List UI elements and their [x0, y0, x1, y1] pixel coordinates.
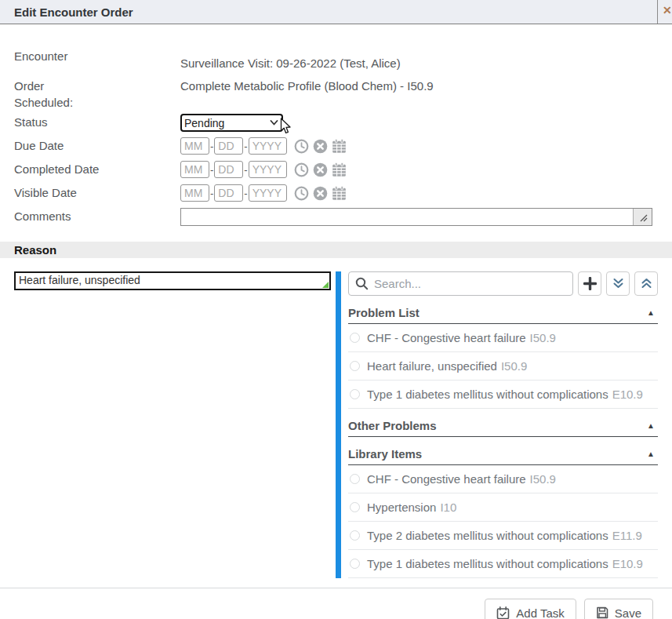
order-form: Encounter Surveillance Visit: 09-26-2022…: [0, 24, 672, 226]
add-reason-button[interactable]: [578, 271, 601, 296]
item-text: Hypertension: [367, 501, 436, 514]
search-row: [348, 271, 658, 296]
item-text: CHF - Congestive heart failure: [367, 472, 526, 486]
status-select[interactable]: Pending: [180, 114, 283, 132]
library-item[interactable]: CHF - Congestive heart failure I50.9: [348, 465, 658, 493]
group-title: Other Problems: [348, 419, 437, 432]
item-text: Heart failure, unspecified: [367, 359, 497, 373]
date-separator: -: [210, 188, 213, 199]
plus-icon: [583, 277, 597, 290]
calendar-icon[interactable]: [332, 162, 347, 177]
double-chevron-up-icon: [641, 278, 652, 289]
library-item[interactable]: Type 1 diabetes mellitus without complic…: [348, 550, 658, 578]
group-title: Library Items: [348, 447, 422, 461]
footer: Add Task Save: [0, 588, 672, 619]
resize-handle-icon[interactable]: [633, 209, 652, 225]
clear-circle-icon[interactable]: [313, 186, 328, 201]
visible-year-input[interactable]: [249, 184, 287, 202]
due-date-label: Due Date: [14, 137, 180, 152]
completed-day-input[interactable]: [214, 161, 243, 178]
add-task-label: Add Task: [516, 606, 564, 619]
completed-date-label: Completed Date: [14, 161, 180, 176]
dialog-header: Edit Encounter Order ✕: [0, 0, 672, 24]
completed-month-input[interactable]: [180, 161, 209, 178]
item-text: Type 1 diabetes mellitus without complic…: [367, 388, 608, 401]
item-code: I50.9: [530, 331, 556, 344]
header-divider: [657, 0, 658, 24]
order-row: Order Complete Metabolic Profile (Blood …: [14, 78, 658, 93]
page-title: Edit Encounter Order: [14, 5, 133, 19]
encounter-row: Encounter Surveillance Visit: 09-26-2022…: [14, 48, 658, 70]
reason-section-header: Reason: [0, 242, 672, 258]
date-separator: -: [244, 140, 247, 152]
problem-item[interactable]: Type 1 diabetes mellitus without complic…: [348, 381, 658, 409]
calendar-icon[interactable]: [332, 139, 347, 154]
clock-icon[interactable]: [294, 186, 309, 201]
radio-icon[interactable]: [350, 530, 360, 541]
radio-icon[interactable]: [350, 559, 360, 569]
clock-icon[interactable]: [294, 139, 309, 154]
scheduled-label: Scheduled:: [14, 94, 180, 109]
due-month-input[interactable]: [180, 137, 209, 155]
save-label: Save: [615, 606, 641, 619]
search-input[interactable]: [348, 271, 573, 296]
date-separator: -: [210, 164, 213, 176]
radio-icon[interactable]: [350, 361, 360, 371]
item-code: E10.9: [612, 557, 643, 570]
calendar-icon[interactable]: [332, 186, 347, 201]
expand-all-button[interactable]: [606, 271, 630, 296]
comments-label: Comments: [14, 208, 180, 223]
date-separator: -: [210, 140, 213, 152]
status-label: Status: [14, 114, 180, 129]
close-icon[interactable]: ✕: [663, 4, 672, 20]
group-header-other-problems[interactable]: Other Problems ▲: [348, 409, 658, 437]
save-floppy-icon: [596, 606, 608, 619]
reason-section-title: Reason: [14, 243, 56, 257]
radio-icon[interactable]: [350, 474, 360, 484]
order-label: Order: [14, 78, 180, 93]
double-chevron-down-icon: [612, 278, 624, 289]
completed-year-input[interactable]: [249, 161, 287, 178]
clear-circle-icon[interactable]: [313, 162, 328, 177]
order-value: Complete Metabolic Profile (Blood Chem) …: [180, 78, 434, 93]
clock-icon[interactable]: [294, 162, 309, 177]
item-text: CHF - Congestive heart failure: [367, 331, 526, 344]
reason-picker-panel: Problem List ▲ CHF - Congestive heart fa…: [348, 271, 658, 578]
panel-divider-bar: [336, 271, 341, 578]
add-task-button[interactable]: Add Task: [485, 599, 576, 619]
group-header-library-items[interactable]: Library Items ▲: [348, 437, 658, 465]
problem-item[interactable]: CHF - Congestive heart failure I50.9: [348, 324, 658, 352]
save-button[interactable]: Save: [584, 599, 653, 619]
radio-icon[interactable]: [350, 502, 360, 512]
library-item[interactable]: Type 2 diabetes mellitus without complic…: [348, 522, 658, 550]
comments-input[interactable]: [181, 209, 652, 225]
date-separator: -: [244, 164, 247, 176]
encounter-label: Encounter: [14, 48, 180, 63]
clear-circle-icon[interactable]: [313, 139, 328, 154]
due-day-input[interactable]: [214, 137, 243, 155]
due-date-row: Due Date - -: [14, 137, 658, 155]
encounter-value: Surveillance Visit: 09-26-2022 (Test, Al…: [180, 48, 401, 70]
visible-month-input[interactable]: [180, 184, 209, 202]
reason-text-input[interactable]: Heart failure, unspecified: [14, 271, 331, 290]
problem-item[interactable]: Heart failure, unspecified I50.9: [348, 352, 658, 381]
library-item[interactable]: Hypertension I10: [348, 493, 658, 522]
comments-row: Comments: [14, 208, 658, 226]
item-text: Type 2 diabetes mellitus without complic…: [367, 529, 608, 542]
item-code: I50.9: [501, 359, 527, 373]
group-header-problem-list[interactable]: Problem List ▲: [348, 296, 658, 324]
collapse-all-button[interactable]: [634, 271, 658, 296]
date-separator: -: [244, 188, 247, 199]
radio-icon[interactable]: [350, 389, 360, 399]
scheduled-row: Scheduled:: [14, 94, 658, 111]
reason-content: Heart failure, unspecified: [0, 258, 672, 578]
collapse-caret-icon: ▲: [647, 421, 655, 430]
completed-date-row: Completed Date - -: [14, 161, 658, 178]
visible-day-input[interactable]: [214, 184, 243, 202]
reason-selected-panel: Heart failure, unspecified: [14, 271, 331, 578]
group-title: Problem List: [348, 306, 420, 319]
radio-icon[interactable]: [350, 333, 360, 343]
due-year-input[interactable]: [249, 137, 287, 155]
visible-date-label: Visible Date: [14, 184, 180, 199]
item-code: E10.9: [612, 388, 643, 401]
